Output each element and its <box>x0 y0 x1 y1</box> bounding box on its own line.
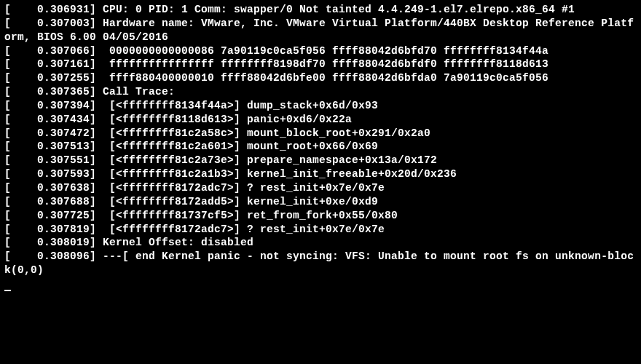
console-line: [ 0.307066] 0000000000000086 7a90119c0ca… <box>4 44 637 58</box>
console-line: [ 0.307394] [<ffffffff8134f44a>] dump_st… <box>4 99 637 113</box>
console-line: [ 0.308096] ---[ end Kernel panic - not … <box>4 250 637 277</box>
console-line: [ 0.307513] [<ffffffff81c2a601>] mount_r… <box>4 140 637 154</box>
console-line: [ 0.307725] [<ffffffff81737cf5>] ret_fro… <box>4 209 637 223</box>
console-line: [ 0.307819] [<ffffffff8172adc7>] ? rest_… <box>4 223 637 237</box>
console-line: [ 0.307161] ffffffffffffffff ffffffff819… <box>4 58 637 71</box>
console-line: [ 0.306931] CPU: 0 PID: 1 Comm: swapper/… <box>4 3 637 17</box>
console-line: [ 0.307434] [<ffffffff8118d613>] panic+0… <box>4 113 637 127</box>
console-line: [ 0.307688] [<ffffffff8172add5>] kernel_… <box>4 195 637 209</box>
console-line: [ 0.307472] [<ffffffff81c2a58c>] mount_b… <box>4 127 637 141</box>
console-line: [ 0.308019] Kernel Offset: disabled <box>4 236 637 250</box>
console-line: [ 0.307255] ffff880400000010 ffff88042d6… <box>4 71 637 85</box>
kernel-panic-console: [ 0.306931] CPU: 0 PID: 1 Comm: swapper/… <box>4 3 637 277</box>
console-line: [ 0.307551] [<ffffffff81c2a73e>] prepare… <box>4 154 637 167</box>
console-line: [ 0.307003] Hardware name: VMware, Inc. … <box>4 17 637 44</box>
console-line: [ 0.307638] [<ffffffff8172adc7>] ? rest_… <box>4 181 637 195</box>
text-cursor <box>4 290 11 291</box>
console-line: [ 0.307365] Call Trace: <box>4 85 637 99</box>
console-line: [ 0.307593] [<ffffffff81c2a1b3>] kernel_… <box>4 167 637 181</box>
